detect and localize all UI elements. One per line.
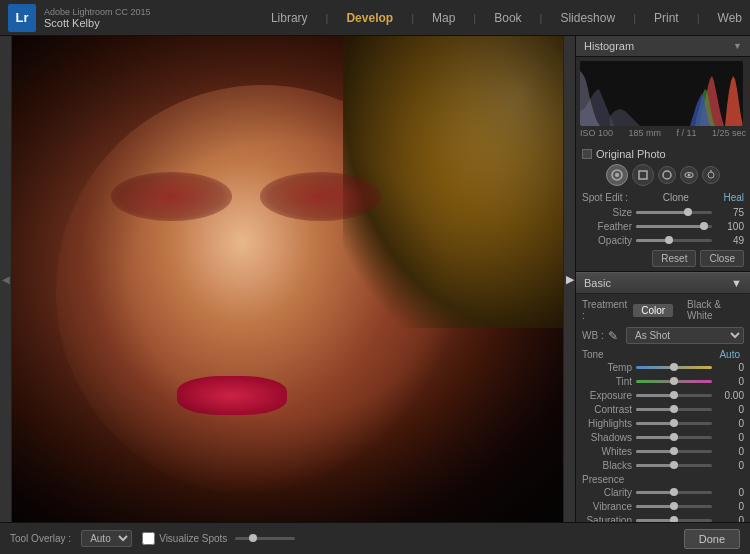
wb-label: WB : [582, 330, 604, 341]
right-arrow-icon: ▶ [566, 273, 574, 286]
histogram-title: Histogram [584, 40, 634, 52]
tint-label: Tint [582, 376, 632, 387]
left-panel-handle[interactable]: ◀ [0, 36, 12, 522]
nav-print[interactable]: Print [654, 11, 679, 25]
exposure-label: Exposure [582, 390, 632, 401]
top-bar: Lr Adobe Lightroom CC 2015 Scott Kelby L… [0, 0, 750, 36]
nav-web[interactable]: Web [718, 11, 742, 25]
saturation-slider-row: Saturation 0 [582, 515, 744, 522]
basic-title: Basic [584, 277, 611, 289]
app-info: Adobe Lightroom CC 2015 Scott Kelby [44, 7, 151, 29]
app-version: Adobe Lightroom CC 2015 [44, 7, 151, 17]
nav-library[interactable]: Library [271, 11, 308, 25]
nav-map[interactable]: Map [432, 11, 455, 25]
camera-info: ISO 100 185 mm f / 11 1/25 sec [580, 126, 746, 140]
size-slider-track[interactable] [636, 211, 712, 214]
contrast-slider-row: Contrast 0 [582, 404, 744, 415]
spot-edit-row: Spot Edit : Clone Heal [582, 192, 744, 203]
photo-background [12, 36, 563, 522]
visualize-spots-checkbox[interactable] [142, 532, 155, 545]
spot-removal-btn[interactable] [658, 166, 676, 184]
treatment-label: Treatment : [582, 299, 627, 321]
visualize-spots-label: Visualize Spots [159, 533, 227, 544]
crop-tool-btn[interactable] [632, 164, 654, 186]
shadows-label: Shadows [582, 432, 632, 443]
contrast-slider-track[interactable] [636, 408, 712, 411]
contrast-label: Contrast [582, 404, 632, 415]
clarity-slider-row: Clarity 0 [582, 487, 744, 498]
svg-point-9 [615, 173, 619, 177]
tool-icons-row [582, 164, 744, 186]
original-photo-label: Original Photo [596, 148, 666, 160]
nav-slideshow[interactable]: Slideshow [560, 11, 615, 25]
blacks-label: Blacks [582, 460, 632, 471]
feather-label: Feather [582, 221, 632, 232]
size-slider-row: Size 75 [582, 207, 744, 218]
vibrance-value: 0 [716, 501, 744, 512]
clarity-value: 0 [716, 487, 744, 498]
spot-edit-label: Spot Edit : [582, 192, 628, 203]
tint-slider-track[interactable] [636, 380, 712, 383]
basic-section-header: Basic ▼ [576, 272, 750, 294]
size-value: 75 [716, 207, 744, 218]
highlights-slider-track[interactable] [636, 422, 712, 425]
redeye-btn[interactable] [680, 166, 698, 184]
temp-label: Temp [582, 362, 632, 373]
whites-slider-row: Whites 0 [582, 446, 744, 457]
presence-group-label: Presence [582, 474, 744, 485]
focal-length: 185 mm [629, 128, 662, 138]
basic-expand-icon[interactable]: ▼ [731, 277, 742, 289]
original-photo-checkbox[interactable] [582, 149, 592, 159]
right-panel-handle[interactable]: ▶ [563, 36, 575, 522]
vibrance-label: Vibrance [582, 501, 632, 512]
tone-group-label: Tone Auto [582, 349, 744, 360]
blacks-slider-track[interactable] [636, 464, 712, 467]
contrast-value: 0 [716, 404, 744, 415]
histogram-expand-icon[interactable]: ▼ [733, 41, 742, 51]
reset-spot-btn[interactable]: Reset [652, 250, 696, 267]
tool-overlay-label: Tool Overlay : [10, 533, 71, 544]
shadows-slider-track[interactable] [636, 436, 712, 439]
whites-label: Whites [582, 446, 632, 457]
bw-treatment-btn[interactable]: Black & White [679, 298, 744, 322]
saturation-slider-track[interactable] [636, 519, 712, 522]
heal-btn[interactable]: Heal [723, 192, 744, 203]
bg-vignette [12, 36, 563, 522]
saturation-value: 0 [716, 515, 744, 522]
svg-point-14 [708, 172, 714, 178]
clarity-slider-track[interactable] [636, 491, 712, 494]
highlights-value: 0 [716, 418, 744, 429]
vibrance-slider-track[interactable] [636, 505, 712, 508]
temp-slider-track[interactable] [636, 366, 712, 369]
feather-slider-row: Feather 100 [582, 221, 744, 232]
brush-btn[interactable] [702, 166, 720, 184]
wb-select[interactable]: As Shot [626, 327, 744, 344]
nav-develop[interactable]: Develop [346, 11, 393, 25]
svg-point-11 [663, 171, 671, 179]
visualize-spots-slider[interactable] [235, 537, 295, 540]
original-photo-row: Original Photo [582, 148, 744, 160]
exposure-slider-track[interactable] [636, 394, 712, 397]
whites-slider-track[interactable] [636, 450, 712, 453]
user-name: Scott Kelby [44, 17, 151, 29]
close-spot-btn[interactable]: Close [700, 250, 744, 267]
highlights-slider-row: Highlights 0 [582, 418, 744, 429]
tint-value: 0 [716, 376, 744, 387]
color-treatment-btn[interactable]: Color [633, 304, 673, 317]
clone-btn[interactable]: Clone [663, 192, 689, 203]
overlay-auto-select[interactable]: Auto [81, 530, 132, 547]
aperture-value: f / 11 [676, 128, 696, 138]
wb-dropper-icon[interactable]: ✎ [608, 329, 622, 343]
heal-tool-btn[interactable] [606, 164, 628, 186]
bottom-toolbar: Tool Overlay : Auto Visualize Spots Done [0, 522, 750, 554]
saturation-label: Saturation [582, 515, 632, 522]
tone-auto-btn[interactable]: Auto [719, 349, 740, 360]
opacity-slider-track[interactable] [636, 239, 712, 242]
svg-rect-10 [639, 171, 647, 179]
wb-row: WB : ✎ As Shot [582, 327, 744, 344]
feather-value: 100 [716, 221, 744, 232]
nav-book[interactable]: Book [494, 11, 521, 25]
clarity-label: Clarity [582, 487, 632, 498]
done-btn[interactable]: Done [684, 529, 740, 549]
feather-slider-track[interactable] [636, 225, 712, 228]
